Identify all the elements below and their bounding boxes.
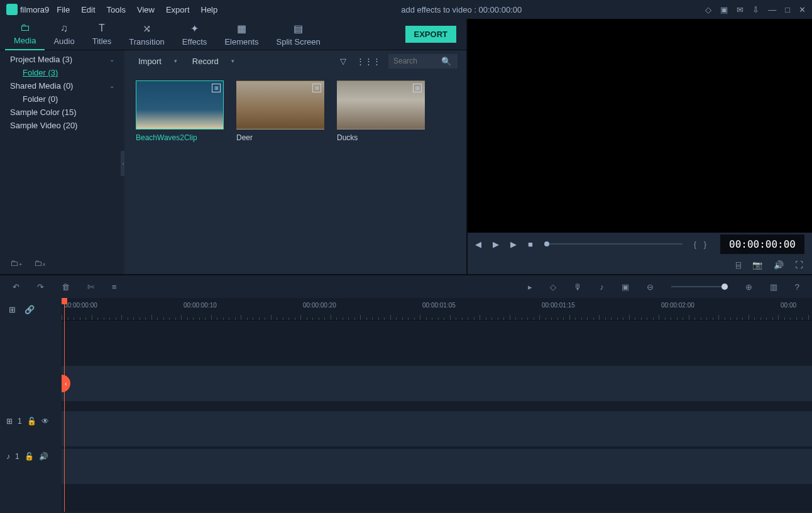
sidebar-sample-color[interactable]: Sample Color (15)	[0, 106, 124, 119]
tab-splitscreen[interactable]: ▤Split Screen	[268, 19, 329, 50]
redo-icon[interactable]: ↷	[37, 282, 44, 292]
close-icon[interactable]: ✕	[799, 5, 806, 14]
new-folder-icon[interactable]: 🗀₊	[10, 258, 23, 268]
fullscreen-icon[interactable]: ⛶	[795, 260, 803, 270]
sidebar-folder-3[interactable]: Folder (3)	[0, 66, 124, 79]
import-dropdown[interactable]: Import▾	[133, 54, 182, 69]
mark-in-out[interactable]: { }	[694, 240, 709, 249]
thumbnail-image: ⊞	[236, 80, 324, 130]
save-icon[interactable]: ▣	[720, 5, 728, 14]
tab-elements[interactable]: ▦Elements	[216, 19, 267, 50]
track-add-icon[interactable]: ⊞	[9, 305, 16, 314]
tracks-area[interactable]: 00:00:00:00 00:00:00:10 00:00:00:20 00:0…	[62, 298, 812, 512]
time-ruler[interactable]: 00:00:00:00 00:00:00:10 00:00:00:20 00:0…	[62, 298, 812, 321]
volume-icon[interactable]: 🔊	[774, 260, 784, 270]
film-badge-icon: ⊞	[312, 84, 321, 92]
preview-timecode: 00:00:00:00	[720, 234, 804, 254]
track-row[interactable]	[62, 321, 812, 366]
grid-view-icon[interactable]: ⋮⋮⋮	[354, 54, 383, 69]
video-track-icon: ⊞	[6, 417, 13, 426]
download-icon[interactable]: ⇩	[752, 5, 759, 14]
lock-icon[interactable]: 🔓	[25, 452, 34, 461]
menu-file[interactable]: File	[57, 5, 70, 14]
tab-titles[interactable]: TTitles	[84, 19, 121, 50]
track-row[interactable]: ‹	[62, 366, 812, 401]
tab-media[interactable]: 🗀Media	[5, 19, 45, 50]
menu-tools[interactable]: Tools	[107, 5, 126, 14]
prev-frame-icon[interactable]: ◀	[475, 240, 481, 249]
stop-icon[interactable]: ■	[528, 240, 533, 249]
audio-mixer-icon[interactable]: ♪	[600, 282, 604, 292]
adjust-icon[interactable]: ≡	[112, 282, 117, 292]
playhead-marker[interactable]	[62, 298, 67, 304]
zoom-out-icon[interactable]: ⊖	[647, 282, 654, 292]
message-icon[interactable]: ✉	[737, 5, 743, 14]
tracks-manage-icon[interactable]: ▥	[770, 282, 777, 292]
sidebar-label: Sample Color (15)	[10, 108, 77, 117]
menu-help[interactable]: Help	[201, 5, 218, 14]
menu-view[interactable]: View	[137, 5, 155, 14]
zoom-slider[interactable]	[671, 286, 728, 287]
search-box[interactable]: 🔍	[388, 54, 458, 69]
filter-icon[interactable]: ▽	[337, 54, 349, 69]
menu-export[interactable]: Export	[166, 5, 190, 14]
ruler-label: 00:00:00:20	[303, 302, 336, 309]
thumbnail-label: BeachWaves2Clip	[136, 133, 224, 142]
render-icon[interactable]: ▸	[528, 282, 532, 292]
account-icon[interactable]: ◇	[705, 5, 711, 14]
sidebar-sample-video[interactable]: Sample Video (20)	[0, 119, 124, 132]
preview-viewport[interactable]	[468, 19, 812, 233]
zoom-handle[interactable]	[721, 284, 728, 290]
scrubber-handle[interactable]	[544, 241, 549, 246]
tab-transition[interactable]: ⤨Transition	[120, 19, 173, 50]
video-track-row[interactable]	[62, 411, 812, 446]
zoom-in-icon[interactable]: ⊕	[745, 282, 752, 292]
sidebar-label: Folder (3)	[23, 68, 58, 77]
visibility-icon[interactable]: 👁	[41, 417, 49, 426]
lock-icon[interactable]: 🔓	[27, 417, 36, 426]
audio-track-header[interactable]: ♪ 1 🔓 🔊	[0, 439, 62, 474]
window-title: add effects to video : 00:00:00:00	[217, 5, 705, 14]
crop-icon[interactable]: ▣	[622, 282, 629, 292]
split-icon[interactable]: ✄	[87, 282, 94, 292]
media-clip-ducks[interactable]: ⊞ Ducks	[337, 80, 425, 142]
undo-icon[interactable]: ↶	[13, 282, 19, 292]
sidebar-project-media[interactable]: Project Media (3)⌄	[0, 53, 124, 66]
media-clip-deer[interactable]: ⊞ Deer	[236, 80, 324, 142]
delete-icon[interactable]: 🗑	[62, 282, 70, 292]
voiceover-icon[interactable]: 🎙	[574, 282, 582, 292]
ruler-label: 00:00:01:05	[422, 302, 456, 309]
clip-trim-handle[interactable]: ‹	[62, 375, 70, 392]
link-icon[interactable]: 🔗	[25, 305, 35, 314]
video-track-header[interactable]: ⊞ 1 🔓 👁	[0, 404, 62, 439]
marker-icon[interactable]: ◇	[550, 282, 556, 292]
sidebar-folder-0[interactable]: Folder (0)	[0, 92, 124, 106]
tab-effects-label: Effects	[182, 37, 207, 47]
quality-icon[interactable]: ⌸	[736, 260, 741, 270]
record-dropdown[interactable]: Record▾	[187, 54, 239, 69]
media-clip-beachwaves[interactable]: ⊞ BeachWaves2Clip	[136, 80, 224, 142]
playhead[interactable]	[64, 298, 65, 512]
timeline-toolbar: ↶ ↷ 🗑 ✄ ≡ ▸ ◇ 🎙 ♪ ▣ ⊖ ⊕ ▥ ?	[0, 274, 812, 298]
sidebar-shared-media[interactable]: Shared Media (0)⌄	[0, 79, 124, 92]
audio-track-icon: ♪	[6, 452, 10, 461]
next-frame-icon[interactable]: ▶	[510, 240, 517, 249]
play-icon[interactable]: ▶	[493, 240, 499, 249]
delete-folder-icon[interactable]: 🗀ₓ	[34, 258, 46, 268]
thumbnail-label: Ducks	[337, 133, 425, 142]
minimize-icon[interactable]: —	[768, 5, 776, 14]
tab-audio[interactable]: ♫Audio	[45, 19, 83, 50]
menu-edit[interactable]: Edit	[81, 5, 95, 14]
maximize-icon[interactable]: □	[785, 5, 790, 14]
export-button[interactable]: EXPORT	[405, 26, 456, 43]
help-icon[interactable]: ?	[795, 282, 799, 292]
preview-scrubber[interactable]	[544, 243, 683, 245]
mute-icon[interactable]: 🔊	[39, 452, 48, 461]
audio-track-row[interactable]	[62, 449, 812, 484]
search-icon[interactable]: 🔍	[441, 57, 451, 66]
search-input[interactable]	[393, 57, 437, 65]
tab-effects[interactable]: ✦Effects	[173, 19, 216, 50]
app-logo: filmora9	[6, 4, 49, 15]
snapshot-icon[interactable]: 📷	[752, 260, 762, 270]
film-badge-icon: ⊞	[413, 84, 422, 92]
